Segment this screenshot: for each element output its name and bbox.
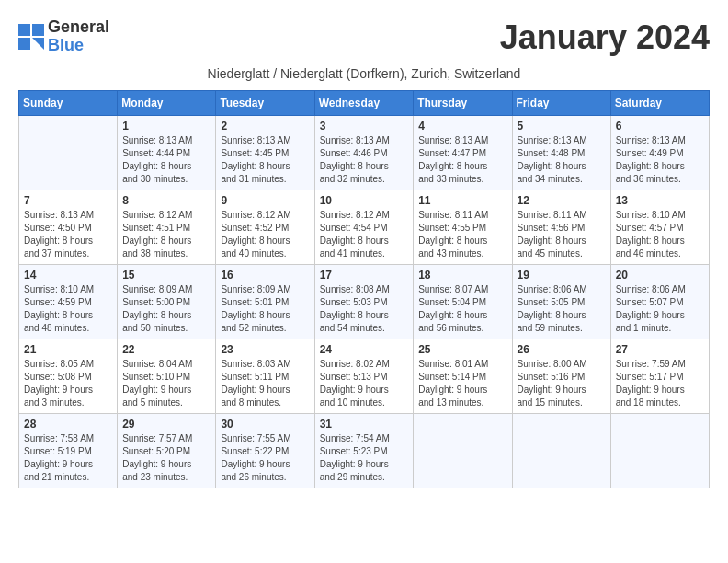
calendar-cell: 10Sunrise: 8:12 AMSunset: 4:54 PMDayligh… xyxy=(314,190,414,265)
day-number: 1 xyxy=(122,120,210,132)
calendar-week-row: 21Sunrise: 8:05 AMSunset: 5:08 PMDayligh… xyxy=(19,339,710,414)
calendar-week-row: 7Sunrise: 8:13 AMSunset: 4:50 PMDaylight… xyxy=(19,190,710,265)
calendar-cell: 23Sunrise: 8:03 AMSunset: 5:11 PMDayligh… xyxy=(216,339,314,414)
day-info: Sunrise: 8:10 AMSunset: 4:57 PMDaylight:… xyxy=(616,209,704,260)
calendar-cell xyxy=(19,116,118,190)
day-number: 8 xyxy=(122,194,210,207)
general-blue-logo-icon xyxy=(18,24,44,50)
calendar-cell: 4Sunrise: 8:13 AMSunset: 4:47 PMDaylight… xyxy=(414,116,512,190)
day-info: Sunrise: 8:08 AMSunset: 5:03 PMDaylight:… xyxy=(320,283,409,335)
calendar-week-row: 1Sunrise: 8:13 AMSunset: 4:44 PMDaylight… xyxy=(19,116,710,190)
calendar-cell: 22Sunrise: 8:04 AMSunset: 5:10 PMDayligh… xyxy=(118,339,216,414)
day-number: 28 xyxy=(24,418,112,431)
calendar-cell: 25Sunrise: 8:01 AMSunset: 5:14 PMDayligh… xyxy=(414,339,512,414)
day-number: 23 xyxy=(221,343,309,356)
day-info: Sunrise: 8:09 AMSunset: 5:00 PMDaylight:… xyxy=(122,283,210,335)
calendar-cell: 1Sunrise: 8:13 AMSunset: 4:44 PMDaylight… xyxy=(118,116,216,190)
day-number: 13 xyxy=(616,194,704,207)
calendar-cell: 16Sunrise: 8:09 AMSunset: 5:01 PMDayligh… xyxy=(216,265,314,339)
calendar-cell: 17Sunrise: 8:08 AMSunset: 5:03 PMDayligh… xyxy=(314,265,414,339)
day-number: 17 xyxy=(320,269,409,282)
svg-rect-0 xyxy=(18,24,30,36)
day-header-monday: Monday xyxy=(118,91,216,116)
day-info: Sunrise: 8:02 AMSunset: 5:13 PMDaylight:… xyxy=(320,358,409,409)
day-number: 19 xyxy=(518,269,606,282)
svg-rect-2 xyxy=(18,38,30,50)
day-number: 2 xyxy=(221,120,309,132)
day-number: 31 xyxy=(320,418,409,431)
svg-rect-1 xyxy=(32,24,44,36)
calendar-week-row: 28Sunrise: 7:58 AMSunset: 5:19 PMDayligh… xyxy=(19,414,710,488)
day-number: 18 xyxy=(418,269,506,282)
day-number: 12 xyxy=(518,194,606,207)
day-info: Sunrise: 8:04 AMSunset: 5:10 PMDaylight:… xyxy=(122,358,210,409)
day-info: Sunrise: 8:12 AMSunset: 4:51 PMDaylight:… xyxy=(122,209,210,260)
calendar-cell: 8Sunrise: 8:12 AMSunset: 4:51 PMDaylight… xyxy=(118,190,216,265)
day-number: 21 xyxy=(24,343,112,356)
day-number: 9 xyxy=(221,194,309,207)
day-info: Sunrise: 7:54 AMSunset: 5:23 PMDaylight:… xyxy=(320,432,409,484)
calendar-cell: 13Sunrise: 8:10 AMSunset: 4:57 PMDayligh… xyxy=(610,190,709,265)
calendar-cell: 28Sunrise: 7:58 AMSunset: 5:19 PMDayligh… xyxy=(19,414,118,488)
calendar-cell: 14Sunrise: 8:10 AMSunset: 4:59 PMDayligh… xyxy=(19,265,118,339)
logo: General Blue xyxy=(18,18,109,55)
day-number: 5 xyxy=(518,120,606,132)
day-number: 4 xyxy=(418,120,506,132)
day-number: 6 xyxy=(616,120,704,132)
day-info: Sunrise: 8:06 AMSunset: 5:07 PMDaylight:… xyxy=(616,283,704,335)
day-number: 15 xyxy=(122,269,210,282)
day-info: Sunrise: 8:03 AMSunset: 5:11 PMDaylight:… xyxy=(221,358,309,409)
calendar-cell: 21Sunrise: 8:05 AMSunset: 5:08 PMDayligh… xyxy=(19,339,118,414)
day-number: 10 xyxy=(320,194,409,207)
calendar-cell: 7Sunrise: 8:13 AMSunset: 4:50 PMDaylight… xyxy=(19,190,118,265)
day-info: Sunrise: 8:13 AMSunset: 4:44 PMDaylight:… xyxy=(122,134,210,186)
calendar-cell xyxy=(610,414,709,488)
calendar-cell: 15Sunrise: 8:09 AMSunset: 5:00 PMDayligh… xyxy=(118,265,216,339)
calendar-cell: 6Sunrise: 8:13 AMSunset: 4:49 PMDaylight… xyxy=(610,116,709,190)
calendar-cell: 30Sunrise: 7:55 AMSunset: 5:22 PMDayligh… xyxy=(216,414,314,488)
day-info: Sunrise: 8:13 AMSunset: 4:45 PMDaylight:… xyxy=(221,134,309,186)
day-info: Sunrise: 8:13 AMSunset: 4:48 PMDaylight:… xyxy=(518,134,606,186)
calendar-cell: 31Sunrise: 7:54 AMSunset: 5:23 PMDayligh… xyxy=(314,414,414,488)
day-number: 25 xyxy=(418,343,506,356)
day-info: Sunrise: 8:12 AMSunset: 4:54 PMDaylight:… xyxy=(320,209,409,260)
page-header: General Blue January 2024 xyxy=(18,18,710,57)
day-header-saturday: Saturday xyxy=(610,91,709,116)
day-info: Sunrise: 8:11 AMSunset: 4:56 PMDaylight:… xyxy=(518,209,606,260)
day-info: Sunrise: 8:13 AMSunset: 4:46 PMDaylight:… xyxy=(320,134,409,186)
calendar-cell: 29Sunrise: 7:57 AMSunset: 5:20 PMDayligh… xyxy=(118,414,216,488)
calendar-table: SundayMondayTuesdayWednesdayThursdayFrid… xyxy=(18,90,710,488)
day-number: 7 xyxy=(24,194,112,207)
calendar-cell: 26Sunrise: 8:00 AMSunset: 5:16 PMDayligh… xyxy=(512,339,610,414)
day-number: 30 xyxy=(221,418,309,431)
calendar-cell: 12Sunrise: 8:11 AMSunset: 4:56 PMDayligh… xyxy=(512,190,610,265)
day-info: Sunrise: 8:13 AMSunset: 4:47 PMDaylight:… xyxy=(418,134,506,186)
calendar-week-row: 14Sunrise: 8:10 AMSunset: 4:59 PMDayligh… xyxy=(19,265,710,339)
day-header-tuesday: Tuesday xyxy=(216,91,314,116)
day-header-friday: Friday xyxy=(512,91,610,116)
day-info: Sunrise: 7:55 AMSunset: 5:22 PMDaylight:… xyxy=(221,432,309,484)
calendar-cell: 24Sunrise: 8:02 AMSunset: 5:13 PMDayligh… xyxy=(314,339,414,414)
calendar-cell xyxy=(414,414,512,488)
day-header-sunday: Sunday xyxy=(19,91,118,116)
calendar-subtitle: Niederglatt / Niederglatt (Dorfkern), Zu… xyxy=(18,66,710,81)
day-number: 26 xyxy=(518,343,606,356)
day-header-thursday: Thursday xyxy=(414,91,512,116)
day-info: Sunrise: 7:59 AMSunset: 5:17 PMDaylight:… xyxy=(616,358,704,409)
day-number: 11 xyxy=(418,194,506,207)
day-info: Sunrise: 8:11 AMSunset: 4:55 PMDaylight:… xyxy=(418,209,506,260)
calendar-cell: 19Sunrise: 8:06 AMSunset: 5:05 PMDayligh… xyxy=(512,265,610,339)
day-info: Sunrise: 8:05 AMSunset: 5:08 PMDaylight:… xyxy=(24,358,112,409)
day-info: Sunrise: 8:13 AMSunset: 4:49 PMDaylight:… xyxy=(616,134,704,186)
calendar-title: January 2024 xyxy=(500,18,710,57)
calendar-cell: 5Sunrise: 8:13 AMSunset: 4:48 PMDaylight… xyxy=(512,116,610,190)
calendar-cell: 3Sunrise: 8:13 AMSunset: 4:46 PMDaylight… xyxy=(314,116,414,190)
day-number: 16 xyxy=(221,269,309,282)
day-info: Sunrise: 8:06 AMSunset: 5:05 PMDaylight:… xyxy=(518,283,606,335)
day-number: 20 xyxy=(616,269,704,282)
day-number: 24 xyxy=(320,343,409,356)
calendar-cell xyxy=(512,414,610,488)
day-number: 14 xyxy=(24,269,112,282)
calendar-cell: 20Sunrise: 8:06 AMSunset: 5:07 PMDayligh… xyxy=(610,265,709,339)
logo-text: General Blue xyxy=(48,18,109,55)
